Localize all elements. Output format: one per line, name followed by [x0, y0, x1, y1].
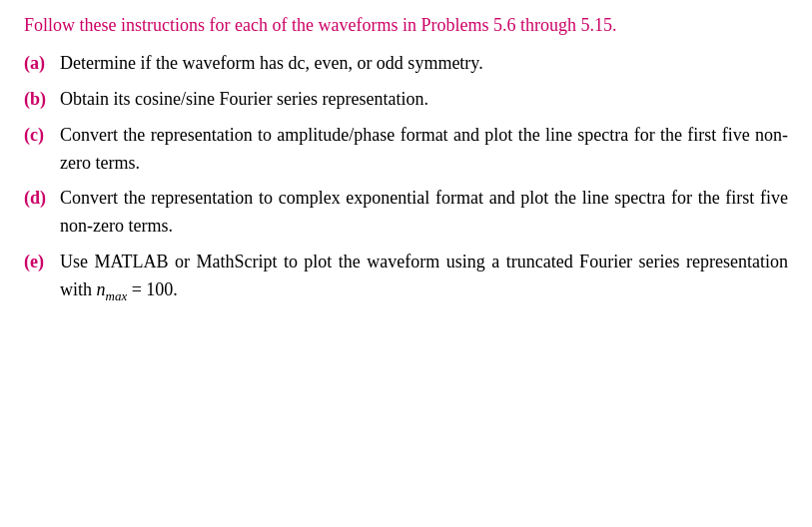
intro-paragraph: Follow these instructions for each of th… — [24, 12, 788, 40]
item-label-a: (a) — [24, 50, 60, 77]
variable-n: nmax — [97, 279, 128, 299]
intro-text: Follow these instructions for each of th… — [24, 15, 616, 35]
list-item: (d) Convert the representation to comple… — [24, 185, 788, 241]
item-label-d: (d) — [24, 185, 60, 212]
instructions-list: (a) Determine if the waveform has dc, ev… — [24, 50, 788, 306]
item-content-e: Use MATLAB or MathScript to plot the wav… — [60, 249, 788, 306]
list-item: (a) Determine if the waveform has dc, ev… — [24, 50, 788, 78]
item-label-b: (b) — [24, 86, 60, 113]
item-content-a: Determine if the waveform has dc, even, … — [60, 50, 788, 78]
list-item: (e) Use MATLAB or MathScript to plot the… — [24, 249, 788, 306]
item-label-e: (e) — [24, 249, 60, 275]
item-content-c: Convert the representation to amplitude/… — [60, 122, 788, 178]
list-item: (b) Obtain its cosine/sine Fourier serie… — [24, 86, 788, 114]
item-label-c: (c) — [24, 122, 60, 149]
item-content-d: Convert the representation to complex ex… — [60, 185, 788, 241]
item-content-b: Obtain its cosine/sine Fourier series re… — [60, 86, 788, 114]
list-item: (c) Convert the representation to amplit… — [24, 122, 788, 178]
